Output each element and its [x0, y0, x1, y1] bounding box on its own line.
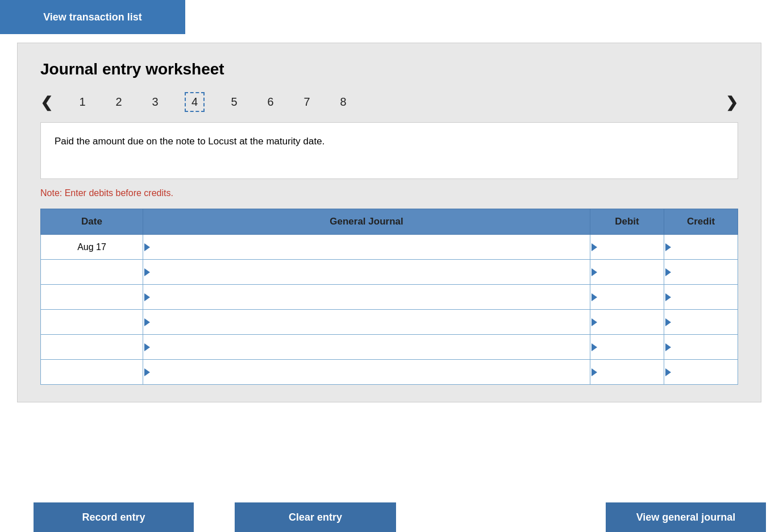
cell-date-3[interactable] [41, 285, 143, 310]
view-transaction-list-button[interactable]: View transaction list [0, 0, 185, 34]
cell-journal-5[interactable] [143, 335, 590, 360]
cell-credit-1[interactable] [664, 235, 738, 260]
prev-nav-arrow[interactable]: ❮ [40, 95, 53, 110]
cell-credit-2[interactable] [664, 260, 738, 285]
triangle-debit-5 [592, 343, 597, 351]
col-header-general-journal: General Journal [143, 209, 590, 235]
nav-item-2[interactable]: 2 [112, 95, 126, 109]
col-header-date: Date [41, 209, 143, 235]
nav-row: ❮ 1 2 3 4 5 6 7 8 ❯ [40, 92, 738, 112]
triangle-journal-2 [144, 268, 150, 276]
triangle-journal-6 [144, 368, 150, 376]
triangle-journal-1 [144, 243, 150, 251]
table-row: Aug 17 [41, 235, 738, 260]
nav-item-6[interactable]: 6 [264, 95, 277, 109]
nav-item-1[interactable]: 1 [76, 95, 89, 109]
cell-debit-1[interactable] [590, 235, 664, 260]
triangle-credit-2 [665, 268, 671, 276]
view-general-journal-button[interactable]: View general journal [606, 502, 766, 532]
cell-credit-3[interactable] [664, 285, 738, 310]
triangle-debit-1 [592, 243, 597, 251]
cell-date-1[interactable]: Aug 17 [41, 235, 143, 260]
cell-date-2[interactable] [41, 260, 143, 285]
description-box: Paid the amount due on the note to Locus… [40, 122, 738, 179]
journal-table: Date General Journal Debit Credit Aug 17 [40, 209, 738, 385]
cell-journal-3[interactable] [143, 285, 590, 310]
triangle-journal-3 [144, 293, 150, 301]
cell-journal-1[interactable] [143, 235, 590, 260]
triangle-debit-4 [592, 318, 597, 326]
cell-date-4[interactable] [41, 310, 143, 335]
cell-debit-5[interactable] [590, 335, 664, 360]
cell-date-6[interactable] [41, 360, 143, 385]
next-nav-arrow[interactable]: ❯ [726, 95, 738, 110]
triangle-credit-5 [665, 343, 671, 351]
cell-journal-4[interactable] [143, 310, 590, 335]
nav-item-3[interactable]: 3 [148, 95, 162, 109]
triangle-debit-6 [592, 368, 597, 376]
table-row [41, 335, 738, 360]
triangle-journal-5 [144, 343, 150, 351]
triangle-credit-6 [665, 368, 671, 376]
cell-date-5[interactable] [41, 335, 143, 360]
col-header-debit: Debit [590, 209, 664, 235]
table-row [41, 310, 738, 335]
triangle-journal-4 [144, 318, 150, 326]
record-entry-button[interactable]: Record entry [34, 502, 194, 532]
triangle-credit-3 [665, 293, 671, 301]
nav-item-8[interactable]: 8 [336, 95, 350, 109]
main-panel: Journal entry worksheet ❮ 1 2 3 4 5 6 7 … [17, 43, 761, 402]
cell-credit-6[interactable] [664, 360, 738, 385]
nav-item-4[interactable]: 4 [185, 92, 205, 112]
page-title: Journal entry worksheet [40, 60, 738, 78]
table-row [41, 285, 738, 310]
triangle-debit-3 [592, 293, 597, 301]
bottom-bar: Record entry Clear entry View general jo… [0, 502, 783, 532]
cell-journal-2[interactable] [143, 260, 590, 285]
nav-item-7[interactable]: 7 [300, 95, 314, 109]
table-row [41, 360, 738, 385]
cell-debit-4[interactable] [590, 310, 664, 335]
nav-item-5[interactable]: 5 [227, 95, 241, 109]
note-text: Note: Enter debits before credits. [40, 188, 738, 198]
cell-debit-2[interactable] [590, 260, 664, 285]
col-header-credit: Credit [664, 209, 738, 235]
cell-journal-6[interactable] [143, 360, 590, 385]
cell-debit-6[interactable] [590, 360, 664, 385]
triangle-credit-4 [665, 318, 671, 326]
clear-entry-button[interactable]: Clear entry [235, 502, 396, 532]
cell-debit-3[interactable] [590, 285, 664, 310]
cell-credit-5[interactable] [664, 335, 738, 360]
triangle-debit-2 [592, 268, 597, 276]
triangle-credit-1 [665, 243, 671, 251]
cell-credit-4[interactable] [664, 310, 738, 335]
table-row [41, 260, 738, 285]
